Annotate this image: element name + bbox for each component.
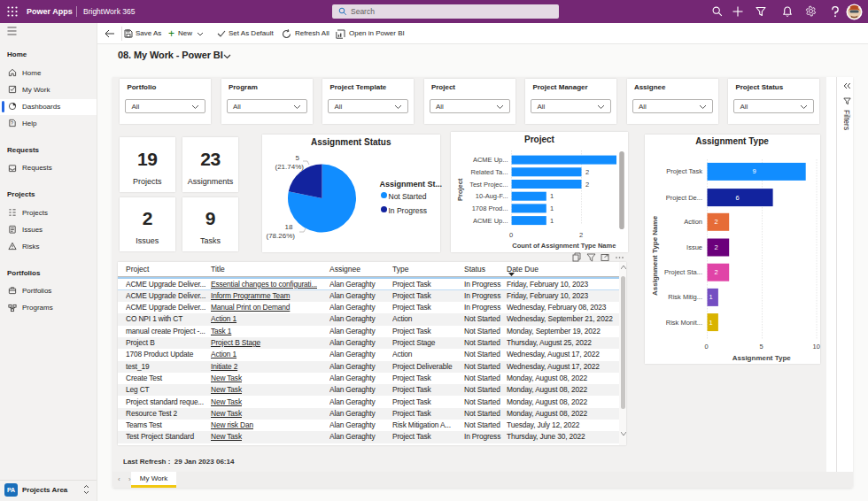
svg-text:?: ?: [11, 121, 13, 127]
